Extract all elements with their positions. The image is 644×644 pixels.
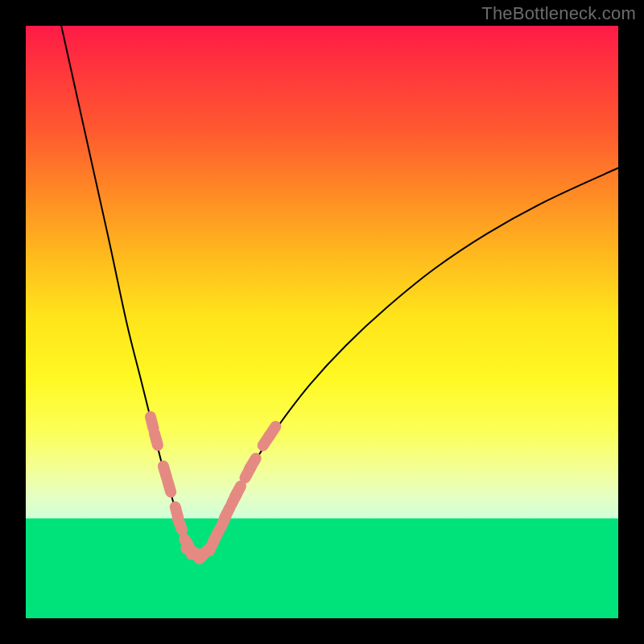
marker-point	[155, 433, 158, 444]
chart-svg	[26, 26, 618, 618]
marker-point	[269, 427, 275, 436]
marker-point	[250, 458, 256, 469]
marker-point	[151, 417, 154, 429]
marker-layer	[151, 417, 275, 559]
series-right-curve	[204, 168, 618, 555]
series-left-curve	[61, 26, 192, 555]
curve-layer	[61, 26, 618, 555]
marker-point	[235, 486, 241, 497]
marker-point	[178, 518, 182, 530]
outer-frame: TheBottleneck.com	[0, 0, 644, 644]
watermark-text: TheBottleneck.com	[481, 3, 636, 24]
marker-point	[167, 481, 171, 492]
plot-area	[26, 26, 618, 618]
marker-point	[214, 530, 220, 540]
